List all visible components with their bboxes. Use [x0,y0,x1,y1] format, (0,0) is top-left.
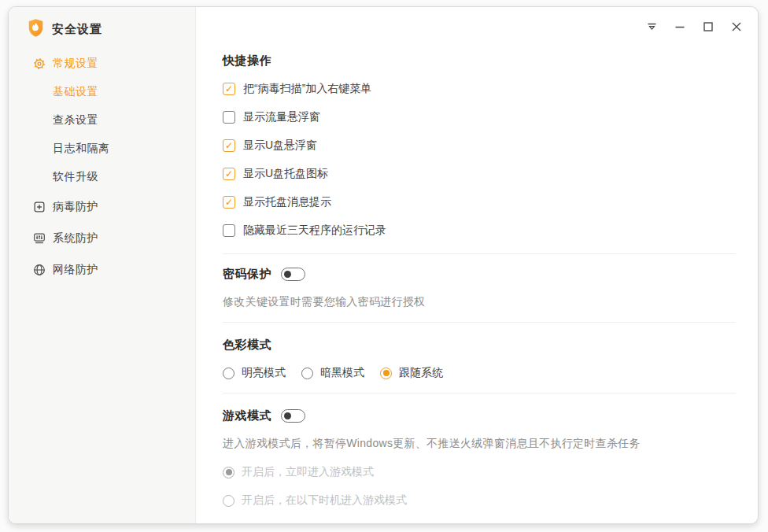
sidebar-item-network-protection[interactable]: 网络防护 [9,254,195,286]
sidebar-nav: 常规设置 基础设置 查杀设置 日志和隔离 软件升级 [9,50,195,286]
window-controls [644,20,744,34]
sidebar-item-label: 常规设置 [53,57,98,71]
section-divider [223,322,736,323]
password-description: 修改关键设置时需要您输入密码进行授权 [223,295,425,309]
sidebar-item-label: 网络防护 [53,263,98,277]
checkbox[interactable]: ✓ [223,83,235,95]
radio-icon [380,368,392,379]
radio-icon [223,368,234,379]
game-mode-description-row: 进入游戏模式后，将暂停Windows更新、不推送火绒弹窗消息且不执行定时查杀任务 [223,430,736,458]
password-toggle[interactable] [281,268,305,281]
sidebar-item-label: 日志和隔离 [53,142,110,156]
checkbox-row-tray-message: ✓ 显示托盘消息提示 [223,188,736,216]
sidebar-item-virus-protection[interactable]: 病毒防护 [9,191,195,223]
sidebar-item-logs-quarantine[interactable]: 日志和隔离 [9,135,195,163]
section-divider [223,393,736,393]
check-icon: ✓ [225,169,233,179]
checkbox-label: 显示流量悬浮窗 [243,110,320,124]
section-title: 密码保护 [223,267,271,282]
shield-flame-logo-icon [28,18,44,41]
radio-icon [223,495,234,507]
hide-to-tray-icon[interactable] [644,20,659,34]
game-mode-description: 进入游戏模式后，将暂停Windows更新、不推送火绒弹窗消息且不执行定时查杀任务 [223,437,641,451]
game-mode-toggle[interactable] [281,409,305,423]
sidebar: 安全设置 常规设置 基础设置 查杀设置 日志和隔离 [9,7,196,523]
password-protection-header: 密码保护 [223,260,736,288]
section-title: 快捷操作 [223,54,271,68]
page-title: 安全设置 [52,22,102,37]
radio-game-immediate: 开启后，立即进入游戏模式 [223,458,736,486]
app-header: 安全设置 [9,7,195,41]
minimize-icon[interactable] [673,20,687,34]
checkbox[interactable]: ✓ [223,139,235,152]
globe-icon [32,263,46,277]
radio-label: 明亮模式 [242,366,286,380]
section-title: 游戏模式 [223,408,271,423]
checkbox[interactable] [223,224,235,237]
settings-window: 安全设置 常规设置 基础设置 查杀设置 日志和隔离 [8,6,759,524]
radio-icon [301,368,313,379]
radio-light-mode[interactable]: 明亮模式 [223,366,286,380]
checkbox-row-context-menu: ✓ 把“病毒扫描”加入右键菜单 [223,75,736,103]
checkbox-label: 把“病毒扫描”加入右键菜单 [243,82,371,96]
checkbox-label: 显示U盘悬浮窗 [243,139,317,153]
system-panel-icon [32,231,46,246]
sidebar-item-label: 系统防护 [53,231,98,246]
checkbox[interactable] [223,111,235,124]
check-icon: ✓ [225,84,233,94]
sidebar-item-scan-settings[interactable]: 查杀设置 [9,106,195,135]
sidebar-item-label: 查杀设置 [53,113,98,127]
sidebar-item-software-upgrade[interactable]: 软件升级 [9,163,195,191]
sidebar-item-label: 基础设置 [53,85,98,99]
checkbox-row-traffic-float: 显示流量悬浮窗 [223,103,736,131]
radio-label: 开启后，在以下时机进入游戏模式 [242,493,407,508]
toggle-knob [284,412,291,419]
radio-game-scheduled: 开启后，在以下时机进入游戏模式 [223,486,736,515]
radio-follow-system[interactable]: 跟随系统 [380,366,443,380]
check-icon: ✓ [225,198,233,207]
game-mode-header: 游戏模式 [223,401,736,430]
toggle-knob [284,271,291,278]
radio-label: 暗黑模式 [320,366,364,380]
radio-icon [223,467,234,478]
checkbox-label: 显示U盘托盘图标 [243,167,328,181]
checkbox[interactable]: ✓ [223,196,235,209]
sidebar-item-system-protection[interactable]: 系统防护 [9,223,195,254]
checkbox-row-usb-tray: ✓ 显示U盘托盘图标 [223,160,736,188]
checkbox-label: 隐藏最近三天程序的运行记录 [243,224,386,238]
password-description-row: 修改关键设置时需要您输入密码进行授权 [223,288,736,316]
radio-label: 跟随系统 [399,366,443,380]
main-content: 快捷操作 ✓ 把“病毒扫描”加入右键菜单 显示流量悬浮窗 ✓ 显示U盘悬浮窗 ✓… [197,7,758,523]
section-title: 色彩模式 [223,338,271,353]
sidebar-item-basic-settings[interactable]: 基础设置 [9,78,195,106]
sidebar-item-general-settings[interactable]: 常规设置 [9,50,195,78]
checkbox[interactable]: ✓ [223,168,235,180]
color-mode-header: 色彩模式 [223,331,736,359]
sidebar-item-label: 病毒防护 [53,200,98,214]
checkbox-label: 显示托盘消息提示 [243,195,331,209]
shield-plus-icon [32,200,46,214]
section-divider [223,253,736,254]
gear-icon [32,57,46,71]
checkbox-row-usb-float: ✓ 显示U盘悬浮窗 [223,131,736,160]
radio-label: 开启后，立即进入游戏模式 [242,465,374,479]
maximize-icon[interactable] [701,20,715,34]
color-mode-options: 明亮模式 暗黑模式 跟随系统 [223,359,736,387]
check-icon: ✓ [225,141,233,150]
radio-dark-mode[interactable]: 暗黑模式 [301,366,364,380]
sidebar-item-label: 软件升级 [53,170,98,184]
close-icon[interactable] [729,20,744,34]
checkbox-row-hide-records: 隐藏最近三天程序的运行记录 [223,216,736,245]
quick-actions-header: 快捷操作 [223,46,736,75]
